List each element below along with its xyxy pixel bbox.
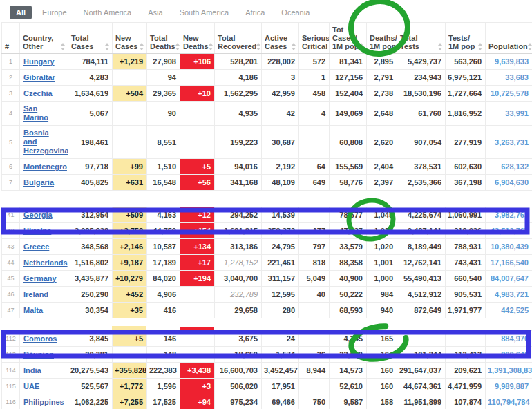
- sort-arrows-icon[interactable]: [61, 43, 66, 50]
- total-deaths-cell: 4,163: [147, 207, 180, 223]
- new-deaths-cell: [180, 102, 215, 126]
- column-header-active_cases[interactable]: Active Cases: [262, 23, 299, 54]
- total-tests-cell: 101,244: [397, 347, 446, 363]
- serious-critical-cell: [299, 126, 330, 159]
- country-link[interactable]: India: [23, 366, 41, 374]
- column-header-total_recovered[interactable]: Total Recovered: [215, 23, 262, 54]
- country-cell: Ireland: [20, 287, 68, 303]
- population-cell[interactable]: 9,639,833: [486, 53, 532, 70]
- sort-arrows-icon[interactable]: [438, 43, 443, 50]
- country-link[interactable]: Germany: [23, 274, 57, 283]
- tests-per-1m-cell: 1,971,977: [446, 303, 486, 318]
- row-number: 113: [2, 347, 20, 363]
- column-header-total_cases[interactable]: Total Cases: [68, 23, 113, 54]
- tab-europe[interactable]: Europe: [36, 6, 73, 19]
- population-cell[interactable]: 10,725,578: [486, 86, 532, 102]
- population-cell[interactable]: 110,794,784: [486, 394, 532, 409]
- population-cell[interactable]: 9,989,887: [486, 379, 532, 394]
- sort-arrows-icon[interactable]: [105, 43, 110, 50]
- total-deaths-cell: 4,906: [147, 287, 180, 303]
- population-cell[interactable]: 884,970: [486, 331, 532, 347]
- column-header-label: #: [5, 42, 9, 50]
- tab-north-america[interactable]: North America: [77, 6, 138, 19]
- serious-critical-cell: 5,049: [299, 271, 330, 287]
- country-link[interactable]: UAE: [23, 382, 39, 390]
- country-link[interactable]: Czechia: [23, 89, 53, 97]
- tab-south-america[interactable]: South America: [173, 6, 236, 19]
- tests-per-1m-cell: 1,060,991: [446, 207, 486, 223]
- sort-arrows-icon[interactable]: [140, 43, 144, 50]
- population-cell[interactable]: 628,132: [486, 159, 532, 175]
- active-cases-cell: 12,595: [262, 287, 299, 303]
- tab-oceania[interactable]: Oceania: [275, 6, 316, 19]
- population-cell[interactable]: 43,513,767: [486, 223, 532, 239]
- population-cell[interactable]: 3,263,731: [486, 126, 532, 159]
- population-cell[interactable]: 442,525: [486, 303, 532, 318]
- column-header-cases_per_1m[interactable]: Tot Cases/ 1M pop: [330, 23, 367, 54]
- new-deaths-cell: +3: [180, 379, 215, 394]
- population-cell[interactable]: 4,983,721: [486, 287, 532, 303]
- country-cell: Hungary: [20, 53, 68, 70]
- total-deaths-cell: 222,383: [147, 363, 180, 379]
- section-gap: [0, 191, 532, 207]
- column-header-new_cases[interactable]: New Cases: [113, 23, 147, 54]
- tests-per-1m-cell: 602,630: [446, 159, 486, 175]
- country-link[interactable]: Bulgaria: [23, 178, 54, 187]
- tab-all[interactable]: All: [10, 6, 32, 19]
- serious-critical-cell: 750: [299, 394, 330, 409]
- cases-per-1m-cell: 81,341: [330, 53, 367, 70]
- country-link[interactable]: Georgia: [23, 211, 53, 219]
- new-deaths-cell: [180, 70, 215, 86]
- tab-africa[interactable]: Africa: [239, 6, 271, 19]
- column-header-label: New Deaths: [183, 34, 209, 50]
- sort-arrows-icon[interactable]: [292, 43, 296, 50]
- population-cell[interactable]: 10,380,439: [486, 239, 532, 255]
- total-tests-cell: 44,674,361: [397, 379, 446, 394]
- deaths-per-1m-cell: 2,404: [367, 159, 397, 175]
- column-header-new_deaths[interactable]: New Deaths: [180, 23, 215, 54]
- population-cell[interactable]: 6,904,630: [486, 175, 532, 191]
- population-cell[interactable]: 900,640: [486, 347, 532, 363]
- column-header-population[interactable]: Population: [486, 23, 532, 54]
- country-link[interactable]: Comoros: [23, 334, 57, 343]
- country-link[interactable]: Greece: [23, 242, 49, 251]
- country-link[interactable]: Ukraine: [23, 227, 51, 235]
- sort-arrows-icon[interactable]: [359, 43, 364, 50]
- deaths-per-1m-cell: 2,397: [367, 175, 397, 191]
- country-link[interactable]: Philippines: [23, 398, 64, 406]
- deaths-per-1m-cell: 164: [367, 347, 397, 363]
- column-header-deaths_per_1m[interactable]: Deaths/ 1M pop: [367, 23, 397, 54]
- table-section-2: 41Georgia312,954+5094,163+12294,25214,53…: [1, 207, 532, 318]
- country-link[interactable]: Bosnia and Herzegovina: [23, 129, 68, 155]
- population-cell[interactable]: 17,166,540: [486, 255, 532, 271]
- country-link[interactable]: Netherlands: [23, 258, 68, 267]
- deaths-per-1m-cell: 1,028: [367, 223, 397, 239]
- column-header-country[interactable]: Country, Other: [20, 23, 68, 54]
- sort-arrows-icon[interactable]: [528, 43, 532, 50]
- sort-arrows-icon[interactable]: [256, 43, 261, 50]
- column-header-tests_per_1m[interactable]: Tests/ 1M pop: [446, 23, 486, 54]
- country-link[interactable]: Montenegro: [23, 162, 67, 171]
- column-header-serious_critical[interactable]: Serious, Critical: [299, 23, 330, 54]
- sort-arrows-icon[interactable]: [209, 43, 213, 50]
- country-link[interactable]: Malta: [23, 306, 43, 314]
- population-cell[interactable]: 33,991: [486, 102, 532, 126]
- tab-asia[interactable]: Asia: [142, 6, 169, 19]
- country-link[interactable]: Gibraltar: [23, 73, 55, 82]
- column-header-total_tests[interactable]: Total Tests: [397, 23, 446, 54]
- total-cases-cell: 1,634,619: [68, 86, 113, 102]
- population-cell[interactable]: 33,683: [486, 70, 532, 86]
- column-header-total_deaths[interactable]: Total Deaths: [147, 23, 180, 54]
- country-link[interactable]: San Marino: [23, 104, 48, 122]
- cases-per-1m-cell: 33,579: [330, 239, 367, 255]
- population-cell[interactable]: 1,391,308,838: [486, 363, 532, 379]
- country-link[interactable]: Ireland: [23, 290, 48, 298]
- population-cell[interactable]: 3,982,763: [486, 207, 532, 223]
- sort-arrows-icon[interactable]: [478, 43, 483, 50]
- country-link[interactable]: Hungary: [23, 57, 55, 66]
- serious-critical-cell: 797: [299, 239, 330, 255]
- row-number: 47: [2, 303, 20, 318]
- population-cell[interactable]: 84,007,647: [486, 271, 532, 287]
- country-link[interactable]: Réunion: [23, 350, 54, 359]
- sort-arrows-icon[interactable]: [175, 43, 180, 50]
